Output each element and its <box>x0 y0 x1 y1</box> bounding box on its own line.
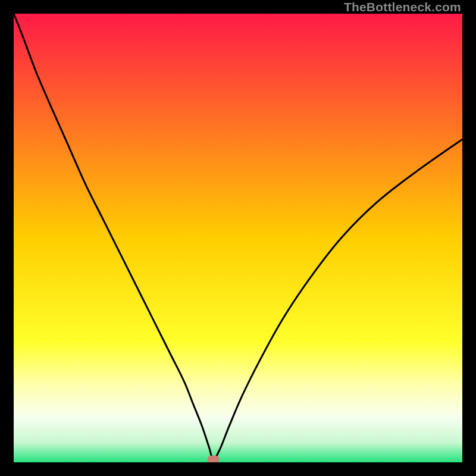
watermark-text: TheBottleneck.com <box>344 0 461 14</box>
gradient-background <box>14 14 462 462</box>
optimum-marker <box>208 456 220 462</box>
chart-frame <box>14 14 462 462</box>
chart-svg <box>14 14 462 462</box>
